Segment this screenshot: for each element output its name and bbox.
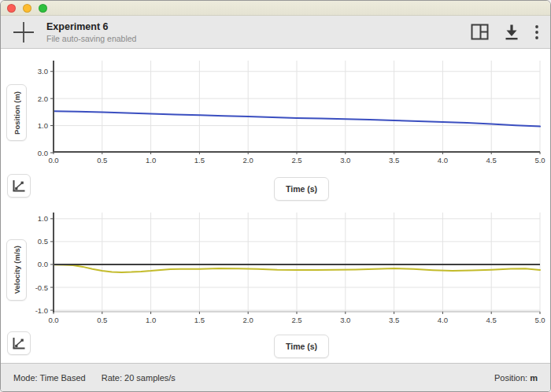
y-axis-label-position: Position (m)	[13, 91, 21, 135]
svg-text:1.0: 1.0	[38, 121, 48, 130]
download-icon	[503, 24, 520, 41]
svg-text:1.0: 1.0	[146, 316, 156, 324]
svg-text:2.5: 2.5	[291, 316, 301, 324]
svg-text:3.0: 3.0	[38, 67, 48, 76]
svg-text:4.5: 4.5	[486, 156, 497, 165]
zoom-window-button[interactable]	[39, 4, 47, 13]
svg-text:1.0: 1.0	[146, 156, 156, 165]
x-axis-label: Time (s)	[286, 342, 317, 351]
svg-text:2.0: 2.0	[243, 316, 253, 324]
charts-area: Position (m) 0.01.02.03.00.00.51.01.52.0…	[1, 49, 550, 364]
plus-icon	[12, 20, 35, 44]
svg-text:1.5: 1.5	[194, 156, 205, 165]
x-axis-label-button-velocity[interactable]: Time (s)	[274, 335, 329, 358]
svg-text:1.5: 1.5	[194, 316, 205, 324]
svg-text:5.0: 5.0	[534, 156, 545, 165]
x-axis-label: Time (s)	[286, 184, 317, 194]
mode-label: Mode: Time Based	[13, 373, 86, 383]
svg-text:4.0: 4.0	[438, 316, 448, 324]
svg-text:3.5: 3.5	[389, 316, 399, 324]
sensor-meter[interactable]: Position: m	[494, 373, 538, 383]
svg-text:0.0: 0.0	[48, 316, 58, 324]
svg-text:1.0: 1.0	[38, 214, 48, 223]
graph-options-button-position[interactable]	[7, 174, 31, 198]
svg-text:2.0: 2.0	[243, 156, 253, 165]
svg-text:0.5: 0.5	[38, 237, 48, 246]
toolbar-right	[471, 24, 539, 41]
document-title-block: Experiment 6 File auto-saving enabled	[46, 21, 136, 43]
statusbar: Mode: Time Based Rate: 20 samples/s Posi…	[1, 363, 550, 391]
split-view-icon	[471, 24, 489, 40]
svg-text:-1.0: -1.0	[35, 306, 48, 315]
position-chart[interactable]: 0.01.02.03.00.00.51.01.52.02.53.03.54.04…	[22, 61, 549, 166]
document-title: Experiment 6	[46, 21, 136, 32]
svg-text:2.5: 2.5	[291, 156, 301, 165]
toolbar: Experiment 6 File auto-saving enabled	[1, 16, 550, 49]
svg-text:0.5: 0.5	[97, 316, 107, 324]
svg-text:3.0: 3.0	[340, 316, 350, 324]
close-window-button[interactable]	[7, 4, 16, 13]
svg-text:4.0: 4.0	[438, 156, 448, 165]
svg-text:0.0: 0.0	[38, 149, 48, 157]
svg-text:5.0: 5.0	[534, 316, 545, 324]
sensor-unit: m	[530, 373, 538, 383]
svg-text:4.5: 4.5	[486, 316, 497, 324]
rate-label: Rate: 20 samples/s	[102, 373, 176, 383]
x-axis-label-button-position[interactable]: Time (s)	[274, 177, 329, 201]
sensor-label: Position:	[494, 373, 527, 383]
svg-text:0.5: 0.5	[97, 156, 107, 165]
view-layout-button[interactable]	[471, 24, 489, 40]
app-window: Experiment 6 File auto-saving enabled	[0, 0, 551, 392]
svg-text:2.0: 2.0	[38, 94, 48, 103]
y-axis-label-velocity: Velocity (m/s)	[13, 246, 21, 294]
graph-options-button-velocity[interactable]	[7, 331, 31, 355]
svg-text:3.0: 3.0	[340, 156, 350, 165]
graph-tools-icon	[12, 336, 26, 350]
kebab-menu-icon	[534, 24, 539, 40]
svg-text:-0.5: -0.5	[35, 283, 48, 292]
svg-text:0.0: 0.0	[48, 156, 58, 165]
svg-text:3.5: 3.5	[389, 156, 399, 165]
add-page-button[interactable]	[10, 19, 37, 46]
more-options-button[interactable]	[534, 24, 539, 40]
graph-tools-icon	[12, 179, 26, 193]
svg-text:0.0: 0.0	[38, 260, 48, 268]
velocity-chart[interactable]: -1.0-0.50.00.51.00.00.51.01.52.02.53.03.…	[22, 213, 549, 327]
export-button[interactable]	[503, 24, 520, 41]
autosave-status: File auto-saving enabled	[46, 34, 136, 43]
titlebar	[1, 1, 550, 16]
minimize-window-button[interactable]	[23, 4, 31, 13]
